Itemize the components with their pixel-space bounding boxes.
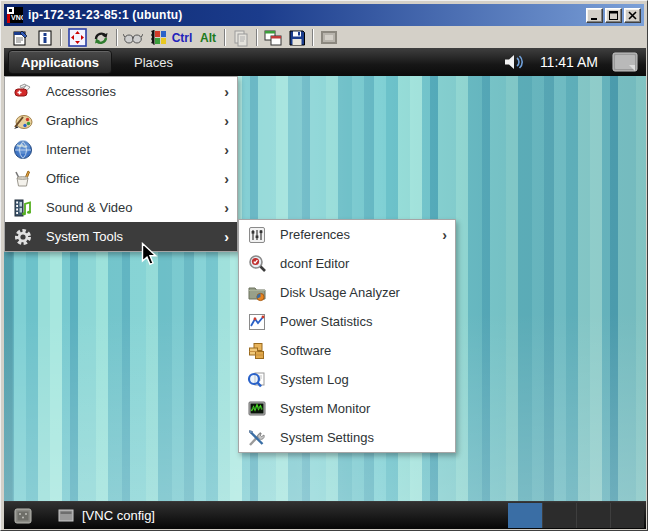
save-session-button[interactable] <box>285 28 309 47</box>
software-icon <box>247 341 267 361</box>
gnome-top-panel: Applications Places 11:41 AM <box>4 48 646 76</box>
submenu-arrow-icon: › <box>224 85 229 99</box>
refresh-icon <box>92 29 110 47</box>
dconf-editor-icon <box>247 254 267 274</box>
menu-item-label: Accessories <box>46 84 116 99</box>
menu-item-graphics[interactable]: Graphics › <box>5 106 237 135</box>
disabled-window-icon <box>320 30 338 45</box>
copy-icon <box>232 29 250 47</box>
minimize-button[interactable] <box>586 8 603 23</box>
window-icon <box>58 509 74 522</box>
volume-icon[interactable] <box>504 54 526 70</box>
svg-text:VNC: VNC <box>11 14 23 21</box>
menu-item-office[interactable]: Office › <box>5 164 237 193</box>
vnc-viewer-window: { "window": { "title": "ip-172-31-23-85:… <box>0 0 648 531</box>
notification-area-icon[interactable] <box>612 52 638 72</box>
menu-item-label: Sound & Video <box>46 200 133 215</box>
window-title: ip-172-31-23-85:1 (ubuntu) <box>28 8 183 22</box>
save-icon <box>288 29 306 47</box>
menu-item-label: System Log <box>280 372 349 387</box>
menu-item-system-settings[interactable]: System Settings <box>239 423 455 452</box>
windows-flag-icon <box>148 29 167 46</box>
connection-options-button[interactable] <box>9 28 33 47</box>
send-ctrl-alt-del-button[interactable] <box>145 28 169 47</box>
connection-options-icon <box>12 29 30 47</box>
connection-info-button[interactable] <box>33 28 57 47</box>
system-tools-submenu: Preferences › dconf Editor <box>238 219 456 453</box>
submenu-arrow-icon: › <box>224 114 229 128</box>
taskbar-window-label: [VNC config] <box>82 508 155 523</box>
menu-item-system-tools[interactable]: System Tools › <box>5 222 237 251</box>
full-screen-button[interactable] <box>65 28 89 47</box>
disabled-toolbar-button <box>317 28 341 47</box>
applications-menu-label: Applications <box>21 55 99 70</box>
workspace-3[interactable] <box>576 503 610 528</box>
full-screen-icon <box>68 28 87 47</box>
eyeglasses-icon <box>123 31 143 45</box>
show-desktop-button[interactable] <box>14 508 32 524</box>
menu-item-label: dconf Editor <box>280 256 349 271</box>
mouse-cursor <box>141 242 158 267</box>
clipboard-transfer-button[interactable] <box>229 28 253 47</box>
office-icon <box>13 169 33 189</box>
close-icon <box>628 11 637 20</box>
menu-item-label: Graphics <box>46 113 98 128</box>
submenu-arrow-icon: › <box>224 143 229 157</box>
workspace-4[interactable] <box>610 503 644 528</box>
sound-video-icon <box>13 198 33 218</box>
toolbar-separator <box>312 29 314 46</box>
menu-item-disk-usage-analyzer[interactable]: Disk Usage Analyzer <box>239 278 455 307</box>
preferences-icon <box>247 225 267 245</box>
menu-item-accessories[interactable]: Accessories › <box>5 77 237 106</box>
submenu-arrow-icon: › <box>442 228 447 242</box>
maximize-icon <box>609 11 618 20</box>
title-bar[interactable]: VNC ip-172-31-23-85:1 (ubuntu) <box>4 4 644 26</box>
connection-info-icon <box>36 29 54 47</box>
menu-item-internet[interactable]: Internet › <box>5 135 237 164</box>
gnome-bottom-panel: [VNC config] <box>4 501 646 529</box>
graphics-icon <box>13 111 33 131</box>
menu-item-power-statistics[interactable]: Power Statistics <box>239 307 455 336</box>
send-ctrl-button[interactable]: Ctrl <box>169 31 195 45</box>
places-menu-button[interactable]: Places <box>128 55 179 70</box>
workspace-switcher <box>508 503 644 528</box>
menu-item-dconf-editor[interactable]: dconf Editor <box>239 249 455 278</box>
clock[interactable]: 11:41 AM <box>540 54 598 70</box>
workspace-1[interactable] <box>508 503 542 528</box>
minimize-icon <box>590 11 599 20</box>
vnc-toolbar: Ctrl Alt <box>4 27 644 48</box>
toolbar-separator <box>256 29 258 46</box>
file-transfer-button[interactable] <box>261 28 285 47</box>
menu-item-label: Disk Usage Analyzer <box>280 285 400 300</box>
menu-item-label: Office <box>46 171 80 186</box>
send-alt-button[interactable]: Alt <box>195 31 221 45</box>
submenu-arrow-icon: › <box>224 172 229 186</box>
view-only-button[interactable] <box>121 28 145 47</box>
close-button[interactable] <box>624 8 641 23</box>
menu-item-label: Software <box>280 343 331 358</box>
workspace-2[interactable] <box>542 503 576 528</box>
menu-item-sound-video[interactable]: Sound & Video › <box>5 193 237 222</box>
menu-item-system-log[interactable]: System Log <box>239 365 455 394</box>
menu-item-label: Internet <box>46 142 90 157</box>
system-monitor-icon <box>247 399 267 419</box>
maximize-button[interactable] <box>605 8 622 23</box>
accessories-icon <box>13 82 33 102</box>
toolbar-separator <box>60 29 62 46</box>
disk-usage-analyzer-icon <box>247 283 267 303</box>
toolbar-separator <box>224 29 226 46</box>
internet-icon <box>13 140 33 160</box>
submenu-arrow-icon: › <box>224 230 229 244</box>
refresh-button[interactable] <box>89 28 113 47</box>
system-tools-icon <box>13 227 33 247</box>
menu-item-label: System Settings <box>280 430 374 445</box>
taskbar-window-button[interactable]: [VNC config] <box>52 506 161 525</box>
menu-item-system-monitor[interactable]: System Monitor <box>239 394 455 423</box>
submenu-arrow-icon: › <box>224 201 229 215</box>
menu-item-software[interactable]: Software <box>239 336 455 365</box>
menu-item-preferences[interactable]: Preferences › <box>239 220 455 249</box>
system-settings-icon <box>247 428 267 448</box>
applications-menu-button[interactable]: Applications <box>8 50 112 74</box>
menu-item-label: Power Statistics <box>280 314 372 329</box>
remote-desktop[interactable]: Applications Places 11:41 AM <box>4 48 646 529</box>
